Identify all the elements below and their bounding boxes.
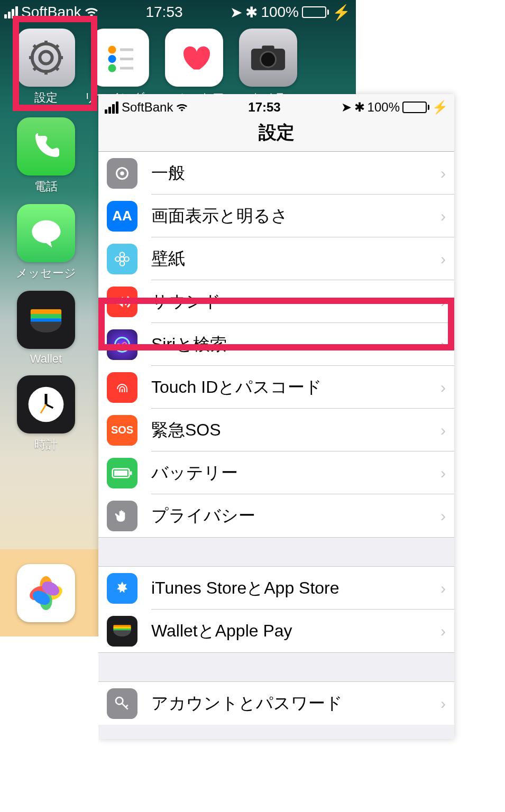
app-label: 設定 — [34, 90, 58, 106]
settings-statusbar: SoftBank 17:53 ➤ ✱ 100% ⚡ — [98, 94, 454, 117]
heart-icon — [165, 29, 223, 87]
chevron-right-icon: › — [440, 379, 446, 396]
svg-line-6 — [34, 45, 37, 49]
chevron-right-icon: › — [440, 421, 446, 439]
app-wallet[interactable]: Wallet — [17, 291, 75, 366]
location-icon: ➤ — [230, 4, 242, 21]
row-label: アカウントとパスワード — [151, 692, 440, 715]
app-label: メッセージ — [16, 265, 76, 281]
app-phone[interactable]: 電話 — [17, 117, 75, 195]
chevron-right-icon: › — [440, 207, 446, 225]
svg-point-1 — [40, 51, 52, 63]
siri-icon — [107, 329, 137, 360]
settings-list-3: アカウントとパスワード › — [98, 682, 454, 725]
hand-icon — [107, 501, 137, 531]
row-label: プライバシー — [151, 504, 440, 528]
row-siri[interactable]: Siriと検索 › — [98, 323, 454, 366]
settings-list-1: 一般 › AA 画面表示と明るさ › 壁紙 › サウンド › Siriと検索 ›… — [98, 152, 454, 537]
row-accounts[interactable]: アカウントとパスワード › — [98, 682, 454, 725]
home-statusbar: SoftBank 17:53 ➤ ✱ 100% ⚡ — [0, 0, 356, 22]
speaker-icon — [107, 287, 137, 317]
carrier-label: SoftBank — [21, 4, 81, 21]
row-wallpaper[interactable]: 壁紙 › — [98, 237, 454, 280]
row-sounds[interactable]: サウンド › — [98, 280, 454, 323]
wallet-icon — [107, 616, 137, 647]
camera-icon — [239, 29, 297, 87]
row-walletpay[interactable]: WalletとApple Pay › — [98, 610, 454, 652]
row-label: iTunes StoreとApp Store — [151, 577, 440, 600]
row-battery[interactable]: バッテリー › — [98, 451, 454, 494]
navbar: 設定 — [98, 117, 454, 152]
svg-point-36 — [120, 261, 125, 266]
section-gap — [98, 537, 454, 567]
signal-icon — [4, 6, 18, 19]
app-clock[interactable]: 時計 — [17, 375, 75, 453]
chevron-right-icon: › — [440, 622, 446, 640]
row-display[interactable]: AA 画面表示と明るさ › — [98, 195, 454, 237]
svg-point-11 — [108, 55, 116, 63]
svg-point-33 — [120, 171, 124, 176]
svg-line-8 — [34, 67, 37, 70]
app-settings[interactable]: 設定 — [17, 29, 75, 106]
bluetooth-icon: ✱ — [245, 4, 258, 21]
settings-screen: SoftBank 17:53 ➤ ✱ 100% ⚡ 設定 一般 › AA 画面表… — [98, 94, 454, 739]
appstore-icon — [107, 573, 137, 604]
app-photos[interactable] — [17, 564, 75, 622]
gear-icon — [107, 158, 137, 189]
svg-rect-41 — [114, 470, 127, 476]
row-label: サウンド — [151, 290, 440, 313]
row-general[interactable]: 一般 › — [98, 152, 454, 195]
app-label: 時計 — [34, 437, 58, 453]
sos-icon: SOS — [107, 415, 137, 446]
wifi-icon — [85, 7, 98, 17]
row-label: Touch IDとパスコード — [151, 376, 440, 399]
clock-label: 17:53 — [145, 4, 182, 21]
row-label: Siriと検索 — [151, 333, 440, 356]
row-label: 画面表示と明るさ — [151, 205, 440, 228]
svg-rect-42 — [130, 471, 132, 475]
clock-label: 17:53 — [248, 100, 280, 115]
row-label: バッテリー — [151, 462, 440, 485]
battery-pct: 100% — [261, 4, 299, 21]
svg-point-35 — [120, 252, 125, 257]
chevron-right-icon: › — [440, 695, 446, 713]
app-label: Wallet — [30, 352, 62, 366]
battery-pct: 100% — [368, 100, 400, 115]
svg-point-12 — [108, 64, 116, 72]
svg-line-9 — [56, 45, 59, 49]
app-messages[interactable]: メッセージ — [17, 204, 75, 281]
row-label: 壁紙 — [151, 247, 440, 271]
svg-rect-18 — [262, 45, 274, 50]
battery-icon — [107, 458, 137, 488]
row-touchid[interactable]: Touch IDとパスコード › — [98, 366, 454, 409]
gear-icon — [17, 29, 75, 87]
phone-icon — [17, 117, 75, 176]
flower-icon — [107, 244, 137, 274]
chevron-right-icon: › — [440, 293, 446, 311]
svg-point-37 — [115, 256, 120, 261]
row-privacy[interactable]: プライバシー › — [98, 494, 454, 537]
charging-icon: ⚡ — [432, 100, 448, 115]
row-sos[interactable]: SOS 緊急SOS › — [98, 409, 454, 451]
charging-icon: ⚡ — [332, 4, 351, 21]
settings-list-2: iTunes StoreとApp Store › WalletとApple Pa… — [98, 567, 454, 652]
chevron-right-icon: › — [440, 250, 446, 268]
text-size-icon: AA — [107, 201, 137, 232]
row-itunes[interactable]: iTunes StoreとApp Store › — [98, 567, 454, 610]
battery-icon — [402, 102, 429, 113]
chevron-right-icon: › — [440, 336, 446, 354]
page-title: 設定 — [98, 121, 454, 145]
svg-point-34 — [120, 256, 125, 261]
svg-line-7 — [56, 67, 59, 70]
carrier-label: SoftBank — [122, 100, 173, 115]
mask — [0, 636, 98, 812]
app-label: 電話 — [34, 179, 58, 195]
clock-icon — [17, 375, 75, 433]
photos-icon — [17, 564, 75, 622]
chevron-right-icon: › — [440, 464, 446, 482]
message-icon — [17, 204, 75, 262]
chevron-right-icon: › — [440, 507, 446, 525]
bluetooth-icon: ✱ — [354, 100, 365, 115]
row-label: 一般 — [151, 162, 440, 185]
wifi-icon — [176, 103, 188, 112]
